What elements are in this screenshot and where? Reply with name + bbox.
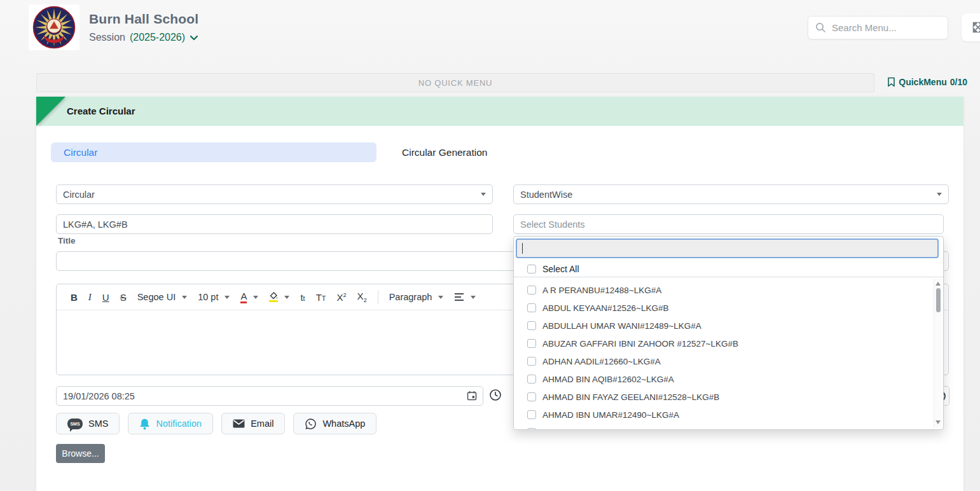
email-button[interactable]: Email (221, 413, 285, 434)
student-label: ABUZAR GAFFARI IBNI ZAHOOR #12527~LKG#B (542, 339, 738, 349)
notification-button[interactable]: Notification (128, 413, 213, 434)
block-format-select[interactable]: Paragraph (389, 292, 444, 302)
students-dropdown: Select All A R PERANBU#12488~LKG#A ABDUL… (513, 236, 944, 430)
select-all-option[interactable]: Select All (514, 261, 943, 277)
select-students-input[interactable] (513, 214, 944, 234)
dropdown-scrollbar[interactable] (934, 279, 942, 427)
underline-button[interactable]: U (102, 292, 109, 303)
italic-button[interactable]: I (88, 292, 92, 303)
panel-header: Create Circular (36, 97, 963, 126)
block-format-value: Paragraph (389, 292, 432, 302)
student-checkbox[interactable] (527, 339, 536, 348)
quickmenu-label: QuickMenu (899, 77, 946, 87)
student-checkbox[interactable] (527, 410, 536, 419)
student-label: AHMAD BIN FAYAZ GEELANI#12528~LKG#B (542, 392, 719, 402)
subscript-button[interactable]: X2 (357, 291, 367, 303)
browse-button[interactable]: Browse... (56, 444, 105, 463)
session-selector[interactable]: Session (2025-2026) (89, 32, 198, 43)
alignment-select[interactable] (454, 293, 476, 301)
scroll-down-arrow[interactable] (935, 420, 941, 424)
caret-down-icon (224, 296, 230, 299)
font-size-value: 10 pt (198, 292, 218, 302)
sms-label: SMS (88, 418, 108, 429)
student-checkbox[interactable] (527, 321, 536, 330)
audience-type-select[interactable]: StudentWise (513, 184, 949, 204)
circular-type-select[interactable]: Circular (56, 184, 493, 204)
student-option[interactable]: ABDULLAH UMAR WANI#12489~LKG#A (514, 317, 943, 335)
students-list: A R PERANBU#12488~LKG#A ABDUL KEYAAN#125… (514, 277, 943, 429)
student-checkbox[interactable] (527, 357, 536, 366)
text-color-select[interactable]: A (240, 291, 258, 303)
strikethrough-button[interactable]: S (120, 292, 127, 303)
student-label: ABDULLAH UMAR WANI#12489~LKG#A (542, 321, 701, 331)
student-label: AHMAD MAGRAY#12529~LKG#B (542, 428, 673, 430)
student-checkbox[interactable] (527, 375, 536, 384)
sms-button[interactable]: SMS SMS (56, 413, 120, 434)
page-title: Create Circular (67, 97, 135, 126)
tab-circular-generation[interactable]: Circular Generation (387, 142, 502, 162)
caret-down-icon (481, 193, 486, 196)
student-option[interactable]: ABDUL KEYAAN#12526~LKG#B (514, 299, 943, 317)
superscript-mark: 2 (343, 292, 347, 298)
sms-icon: SMS (67, 418, 83, 429)
student-checkbox[interactable] (527, 303, 536, 312)
clock-icon[interactable] (489, 389, 502, 404)
students-field-wrap (513, 214, 944, 234)
student-option[interactable]: AHMAD BIN FAYAZ GEELANI#12528~LKG#B (514, 388, 943, 406)
bell-icon (139, 418, 150, 430)
fullscreen-button[interactable] (962, 13, 980, 41)
fill-color-button[interactable] (269, 292, 278, 302)
superscript-base: X (337, 292, 343, 303)
menu-search-input[interactable] (832, 22, 927, 33)
student-label: AHMAD IBN UMAR#12490~LKG#A (542, 410, 679, 420)
envelope-icon (233, 419, 245, 428)
student-checkbox[interactable] (527, 428, 536, 429)
scroll-thumb[interactable] (936, 288, 941, 312)
caret-down-icon (471, 296, 476, 299)
scroll-up-arrow[interactable] (935, 282, 941, 286)
student-option[interactable]: ADHAN AADIL#12660~LKG#A (514, 352, 943, 370)
text-cursor (522, 243, 523, 254)
font-family-select[interactable]: Segoe UI (137, 292, 187, 302)
font-family-value: Segoe UI (137, 292, 176, 302)
classes-field-wrap (56, 214, 493, 234)
bold-button[interactable]: B (71, 292, 78, 303)
student-label: ADHAN AADIL#12660~LKG#A (542, 357, 661, 366)
highlight-color-swatch (269, 300, 278, 302)
uppercase-button[interactable]: TT (316, 292, 326, 303)
student-option[interactable]: AHMAD BIN AQIB#12602~LKG#A (514, 370, 943, 388)
app-root: { "header": { "school_name": "Burn Hall … (0, 0, 980, 491)
menu-search (808, 16, 948, 39)
caret-down-icon (182, 296, 187, 299)
audience-type-value: StudentWise (520, 190, 572, 200)
student-option[interactable]: AHMAD MAGRAY#12529~LKG#B (514, 424, 943, 429)
quick-menu-bar: NO QUICK MENU (36, 73, 874, 92)
classes-input[interactable] (56, 214, 493, 234)
student-option[interactable]: A R PERANBU#12488~LKG#A (514, 281, 943, 299)
highlight-color-select[interactable] (269, 292, 289, 302)
quick-menu-empty-text: NO QUICK MENU (418, 78, 493, 88)
student-checkbox[interactable] (527, 286, 536, 294)
quickmenu-button[interactable]: QuickMenu 0/10 (887, 77, 967, 87)
superscript-button[interactable]: X2 (337, 292, 347, 303)
schedule-datetime-input[interactable] (56, 386, 483, 406)
font-size-select[interactable]: 10 pt (198, 292, 230, 302)
student-label: A R PERANBU#12488~LKG#A (542, 286, 661, 295)
student-checkbox[interactable] (527, 392, 536, 401)
school-logo (29, 4, 79, 50)
lowercase-button[interactable]: tt (300, 292, 305, 303)
calendar-icon[interactable] (467, 391, 477, 403)
search-icon (815, 22, 826, 33)
text-color-button[interactable]: A (240, 291, 247, 303)
toolbar-divider (378, 290, 378, 304)
tab-circular[interactable]: Circular (51, 142, 376, 162)
select-all-checkbox[interactable] (527, 265, 536, 273)
email-label: Email (251, 418, 273, 429)
lowercase-glyph-small: t (303, 294, 305, 302)
student-label: AHMAD BIN AQIB#12602~LKG#A (542, 375, 674, 384)
whatsapp-button[interactable]: WhatsApp (293, 413, 376, 434)
student-search-input[interactable] (516, 239, 939, 258)
student-option[interactable]: AHMAD IBN UMAR#12490~LKG#A (514, 406, 943, 424)
caret-down-icon (937, 193, 942, 196)
student-option[interactable]: ABUZAR GAFFARI IBNI ZAHOOR #12527~LKG#B (514, 335, 943, 352)
